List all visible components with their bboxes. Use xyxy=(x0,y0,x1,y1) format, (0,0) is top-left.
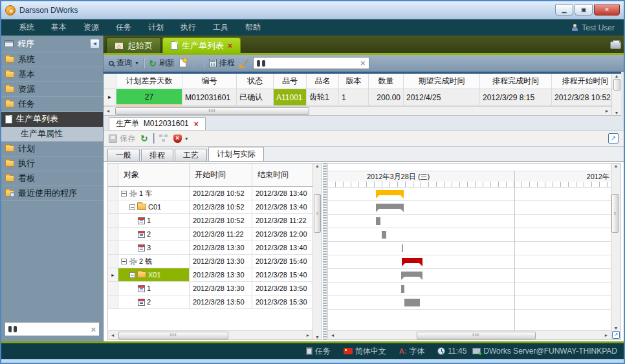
grid-row[interactable]: ► 27M012031601已确认A11001齿轮11200.002012/4/… xyxy=(104,89,611,106)
tab-home[interactable]: 起始页 xyxy=(106,37,161,53)
grid-cell-4[interactable]: 齿轮1 xyxy=(307,89,339,105)
scroll-right-icon[interactable]: ► xyxy=(602,333,611,337)
edit-button[interactable] xyxy=(192,60,199,67)
doc-tab-1[interactable]: 排程 xyxy=(141,149,173,161)
grid-col-1[interactable]: 编号 xyxy=(182,74,237,89)
scroll-up-icon[interactable]: ▲ xyxy=(313,164,322,168)
flow-icon[interactable] xyxy=(159,134,168,142)
user-indicator[interactable]: Test User xyxy=(571,23,615,32)
tab-close-icon[interactable]: × xyxy=(228,42,232,50)
grid-cell-6[interactable]: 200.00 xyxy=(369,89,404,105)
sidebar-item-0[interactable]: 系统 xyxy=(1,52,103,67)
grid-col-7[interactable]: 期望完成时间 xyxy=(404,74,480,89)
gantt-expand-icon[interactable] xyxy=(612,331,620,339)
tree-expand-icon[interactable] xyxy=(121,191,127,197)
doc-tab-close-icon[interactable]: × xyxy=(194,120,199,128)
grid-horizontal-scrollbar[interactable]: ◄ ⦀⦀⦀ ► xyxy=(104,106,611,115)
tree-row-7[interactable]: 12012/3/28 13:302012/3/28 13:50 xyxy=(108,282,312,295)
production-order-doc-tab[interactable]: 生产单 M012031601 × xyxy=(109,117,206,130)
open-external-icon[interactable] xyxy=(608,133,619,144)
sidebar-item-2[interactable]: 资源 xyxy=(1,82,103,97)
status-language[interactable]: 简体中文 ▼ xyxy=(344,346,393,357)
sidebar-search[interactable]: × xyxy=(5,322,100,336)
status-task[interactable]: 任务 ▼ xyxy=(306,346,338,357)
grid-col-0[interactable]: 计划差异天数 xyxy=(116,74,182,89)
scroll-down-icon[interactable]: ▼ xyxy=(612,111,621,115)
scroll-left-icon[interactable]: ◄ xyxy=(108,333,117,337)
tree-row-1[interactable]: C012012/3/28 10:522012/3/28 13:40 xyxy=(108,200,312,214)
new-item-button[interactable] xyxy=(179,59,186,67)
sidebar-item-1[interactable]: 基本 xyxy=(1,67,103,82)
grid-cell-9[interactable]: 2012/3/28 10:52 xyxy=(552,89,611,105)
gantt-bar-1[interactable] xyxy=(376,204,404,209)
query-button[interactable]: 查询 ▼ xyxy=(109,58,139,69)
tree-row-8[interactable]: 22012/3/28 13:502012/3/28 15:30 xyxy=(108,295,312,309)
scroll-down-icon[interactable]: ▼ xyxy=(611,326,620,330)
tree-expand-icon[interactable] xyxy=(129,204,135,210)
doc-refresh-button[interactable]: ↻ xyxy=(140,134,148,143)
scroll-right-icon[interactable]: ► xyxy=(602,109,611,113)
sidebar-search-clear-icon[interactable]: × xyxy=(91,325,96,334)
grid-vertical-scrollbar[interactable]: ▲ ▼ xyxy=(611,74,621,115)
status-font[interactable]: A: 字体 ▼ xyxy=(399,346,432,357)
tree-row-6[interactable]: ►X012012/3/28 13:302012/3/28 15:40 xyxy=(108,268,312,282)
grid-col-3[interactable]: 品号 xyxy=(274,74,307,89)
grid-col-2[interactable]: 状态 xyxy=(237,74,274,89)
doc-tab-2[interactable]: 工艺 xyxy=(175,149,207,161)
gantt-bar-0[interactable] xyxy=(376,190,404,195)
gantt-bar-8[interactable] xyxy=(404,299,420,306)
sidebar-item-9[interactable]: 最近使用的程序 xyxy=(1,186,103,201)
menu-item-0[interactable]: 系统 xyxy=(10,20,43,35)
save-button[interactable]: 保存 xyxy=(109,133,135,144)
gantt-bar-5[interactable] xyxy=(402,258,422,263)
doc-tab-3[interactable]: 计划与实际 xyxy=(208,147,264,161)
tree-row-5[interactable]: 2 铣2012/3/28 13:302012/3/28 15:40 xyxy=(108,255,312,268)
gantt-bar-3[interactable] xyxy=(382,231,386,239)
scroll-left-icon[interactable]: ◄ xyxy=(104,109,113,113)
grid-cell-2[interactable]: 已确认 xyxy=(237,89,274,105)
printer-icon[interactable] xyxy=(610,41,621,49)
gantt-bar-7[interactable] xyxy=(401,285,404,293)
tree-expand-icon[interactable] xyxy=(129,272,135,278)
sidebar-item-5[interactable]: 生产单属性 xyxy=(1,127,103,142)
schedule-button[interactable]: 排程 xyxy=(209,58,235,69)
toolbar-search-box[interactable]: × xyxy=(253,57,369,69)
close-button[interactable]: ✕ xyxy=(594,5,620,16)
tree-row-2[interactable]: 12012/3/28 10:522012/3/28 11:22 xyxy=(108,214,312,228)
grid-col-6[interactable]: 数量 xyxy=(369,74,404,89)
sidebar-item-7[interactable]: 执行 xyxy=(1,156,103,171)
grid-cell-3[interactable]: A11001 xyxy=(274,89,307,105)
grid-cell-1[interactable]: M012031601 xyxy=(182,89,237,105)
menu-item-1[interactable]: 基本 xyxy=(43,20,75,35)
permission-shield-button[interactable]: ▼ xyxy=(173,134,189,143)
scroll-up-icon[interactable]: ▲ xyxy=(612,74,621,78)
toolbar-search-clear-icon[interactable]: × xyxy=(360,59,366,67)
scroll-right-icon[interactable]: ► xyxy=(303,333,312,337)
doc-tab-0[interactable]: 一般 xyxy=(107,149,140,161)
gantt-bar-6[interactable] xyxy=(401,272,422,277)
gantt-horizontal-scrollbar[interactable]: ◄ ⦀⦀⦀ ► xyxy=(328,330,611,339)
scroll-down-icon[interactable]: ▼ xyxy=(313,335,322,339)
menu-item-3[interactable]: 任务 xyxy=(107,20,140,35)
gantt-bar-2[interactable] xyxy=(376,217,380,225)
grid-col-8[interactable]: 排程完成时间 xyxy=(480,74,552,89)
menu-item-7[interactable]: 帮助 xyxy=(237,20,269,35)
menu-item-4[interactable]: 计划 xyxy=(140,20,172,35)
sidebar-item-3[interactable]: 任务 xyxy=(1,97,103,112)
tree-expand-icon[interactable] xyxy=(121,259,127,264)
sidebar-collapse-button[interactable]: ◄ xyxy=(90,39,100,48)
sidebar-item-6[interactable]: 计划 xyxy=(1,142,103,156)
grid-cell-5[interactable]: 1 xyxy=(339,89,369,105)
menu-item-5[interactable]: 执行 xyxy=(172,20,204,35)
grid-cell-8[interactable]: 2012/3/29 8:15 xyxy=(480,89,552,105)
sidebar-item-4[interactable]: 生产单列表 xyxy=(1,112,103,127)
query-dropdown-caret[interactable]: ▼ xyxy=(135,61,139,65)
maximize-button[interactable]: ▣ xyxy=(575,5,593,16)
refresh-button[interactable]: ↻ 刷新 xyxy=(149,58,175,69)
minimize-button[interactable]: ▁ xyxy=(555,5,573,16)
grid-cell-0[interactable]: 27 xyxy=(116,89,182,105)
menu-item-6[interactable]: 工具 xyxy=(204,20,237,35)
grid-cell-7[interactable]: 2012/4/25 xyxy=(404,89,480,105)
tree-vertical-scrollbar[interactable]: ▲ ≡ ▼ xyxy=(312,164,322,339)
tree-row-0[interactable]: 1 车2012/3/28 10:522012/3/28 13:40 xyxy=(108,187,312,200)
